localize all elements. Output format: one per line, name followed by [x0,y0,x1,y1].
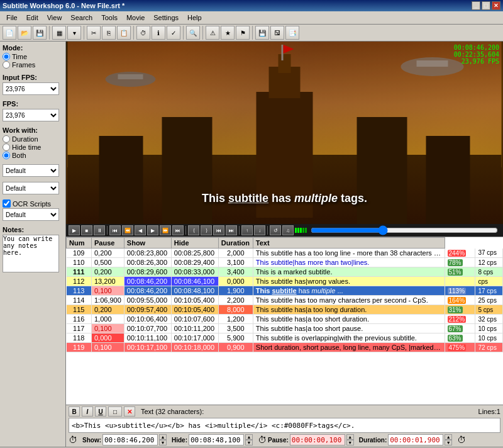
table-scroll[interactable]: Num Pause Show Hide Duration Text 109 0,… [66,237,503,405]
editor-text-input[interactable] [69,418,500,433]
tb-star[interactable]: ★ [221,26,235,40]
tb-btn-info[interactable]: ℹ [152,26,165,40]
rewind-slow[interactable]: ◀ [135,225,146,235]
dropdown-1[interactable]: Default [3,164,59,177]
go-end[interactable]: ⏭ [226,225,237,235]
video-area: This subtitle has multiple tags. 00:08:4… [66,42,503,224]
mark-out[interactable]: ⟩ [201,225,212,235]
tb-btn-2[interactable]: ▦ [52,26,66,40]
remove-tags-button[interactable]: ✕ [124,406,135,417]
tb-save2[interactable]: 💾 [255,26,269,40]
table-row[interactable]: 111 0,200 00:08:29,600 00:08:33,000 3,40… [67,267,503,277]
table-row[interactable]: 115 0,200 00:09:57,400 00:10:05,400 8,00… [67,305,503,315]
tb-btn-timer[interactable]: ⏱ [136,26,150,40]
tb-btn-check[interactable]: ✓ [167,26,180,40]
vol-3 [300,228,302,233]
menu-edit[interactable]: Edit [23,13,42,23]
table-row[interactable]: 113 0,100 00:08:46,200 00:08:48,100 1,90… [67,286,503,296]
work-hide-row: Hide time [3,143,63,151]
italic-button[interactable]: I [82,406,93,417]
new-button[interactable]: 📄 [3,26,16,40]
tb-save3[interactable]: 🖫 [270,26,284,40]
fps-select[interactable]: 23,976 25,000 29,970 [3,109,59,121]
close-button[interactable]: ✕ [492,1,500,10]
vol-button[interactable]: ♫ [282,225,294,235]
duration-time-input[interactable] [388,434,443,445]
work-duration-radio[interactable] [3,135,10,143]
menu-tools[interactable]: Tools [97,13,121,23]
pause-spin-up[interactable]: ▲ [346,434,354,440]
loop-button[interactable]: ↺ [270,225,281,235]
table-row[interactable]: 118 0,000 00:10:11,100 00:10:17,000 5,90… [67,333,503,343]
show-spinner: ▲ ▼ [159,434,167,445]
cell-duration: 3,400 [218,267,253,277]
show-time-input[interactable] [102,434,158,445]
ocr-scripts-checkbox[interactable] [3,199,11,208]
duration-spin-up[interactable]: ▲ [445,434,452,440]
rewind-fast[interactable]: ⏪ [122,225,133,235]
ocr-scripts-select[interactable]: Default [3,208,59,221]
tb-warn[interactable]: ⚠ [206,26,219,40]
sub-next[interactable]: ↓ [254,225,265,235]
dropdown-group-1: Default [3,164,63,177]
menu-view[interactable]: View [43,13,66,23]
cell-show: 00:09:55,000 [124,296,171,305]
mark-in[interactable]: ⟨ [188,225,199,235]
cell-num: 114 [67,296,92,305]
hide-spin-down[interactable]: ▼ [245,440,253,445]
table-row[interactable]: 119 0,100 00:10:17,100 00:10:18,000 0,90… [67,343,503,352]
seek-slider[interactable] [311,227,498,233]
go-start[interactable]: ⏮ [213,225,224,235]
forward-fast[interactable]: ⏩ [160,225,171,235]
cut-button[interactable]: ✂ [87,26,101,40]
table-row[interactable]: 116 1,000 00:10:06,400 00:10:07,600 1,20… [67,315,503,324]
menu-settings[interactable]: Settings [150,13,182,23]
input-fps-select[interactable]: 23,976 25,000 29,970 [3,82,59,95]
paste-button[interactable]: 📋 [117,26,131,40]
maximize-button[interactable]: □ [482,1,490,10]
tb-flag[interactable]: ⚑ [236,26,250,40]
work-hide-radio[interactable] [3,143,10,151]
duration-spin-down[interactable]: ▼ [445,440,452,445]
notes-textarea[interactable]: You can write any notes here. [3,235,59,272]
hide-time-input[interactable] [189,434,244,445]
work-both-radio[interactable] [3,152,10,159]
sub-prev[interactable]: ↑ [241,225,253,235]
underline-button[interactable]: U [95,406,106,417]
hide-spin-up[interactable]: ▲ [245,434,253,440]
open-button[interactable]: 📂 [18,26,31,40]
mode-time-radio[interactable] [3,53,10,60]
search-button[interactable]: 🔍 [186,26,200,40]
minimize-button[interactable]: _ [472,1,480,10]
next-frame[interactable]: ⏭ [172,225,184,235]
table-row[interactable]: 110 0,500 00:08:26,300 00:08:29,400 3,10… [67,258,503,267]
cell-pause: 1,000 [92,315,124,324]
menu-movie[interactable]: Movie [123,13,148,23]
pause-button[interactable]: ⏸ [94,225,105,235]
text-char-count-label: Text (32 characters): [141,408,204,415]
table-row[interactable]: 117 0,100 00:10:07,700 00:10:11,200 3,50… [67,324,503,333]
table-row[interactable]: 109 0,200 00:08:23,800 00:08:25,800 2,00… [67,249,503,258]
prev-frame[interactable]: ⏮ [109,225,121,235]
menu-search[interactable]: Search [67,13,96,23]
mode-frames-radio[interactable] [3,61,10,69]
pause-time-input[interactable] [290,434,345,445]
show-spin-down[interactable]: ▼ [159,440,167,445]
save-button[interactable]: 💾 [33,26,47,40]
header-num: Num [67,238,92,249]
tb-save4[interactable]: 📑 [285,26,299,40]
bold-button[interactable]: B [69,406,80,417]
pause-spin-down[interactable]: ▼ [346,440,354,445]
forward-slow[interactable]: ▶ [147,225,158,235]
show-spin-up[interactable]: ▲ [159,434,167,440]
copy-button[interactable]: ⎘ [102,26,116,40]
menu-help[interactable]: Help [184,13,206,23]
play-button[interactable]: ▶ [69,225,80,235]
dropdown-2[interactable]: Default [3,182,59,194]
menu-file[interactable]: File [3,13,21,23]
stop-button[interactable]: ■ [81,225,92,235]
table-row[interactable]: 112 13,200 00:08:46,200 00:08:46,100 0,0… [67,277,503,286]
tb-btn-3[interactable]: ▾ [67,26,81,40]
table-row[interactable]: 114 1:06,900 00:09:55,000 00:10:05,400 2… [67,296,503,305]
color-button[interactable]: □ [108,406,122,417]
